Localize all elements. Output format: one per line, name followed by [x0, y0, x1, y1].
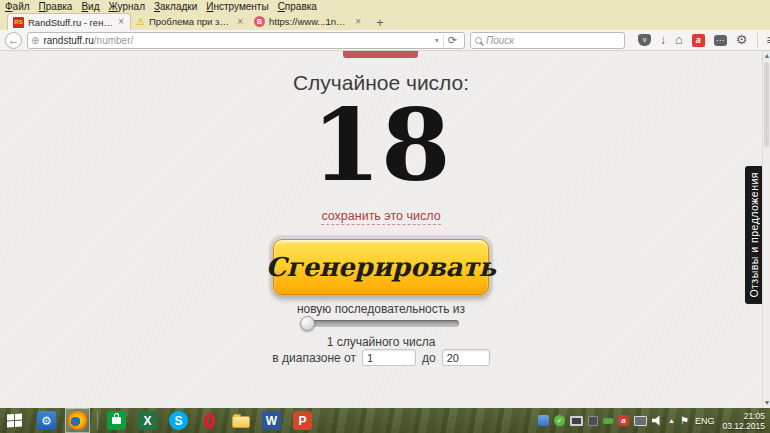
warning-icon: ⚠ [136, 16, 145, 27]
tab-title: Проблема при загрузке ... [149, 16, 232, 27]
screen: Файл Правка Вид Журнал Закладки Инструме… [0, 0, 770, 433]
back-button[interactable]: ← [5, 32, 22, 49]
menu-view[interactable]: Вид [81, 0, 99, 13]
taskbar: ⚙ X S W P ✓ [0, 408, 770, 433]
language-indicator[interactable]: ENG [695, 416, 715, 426]
taskbar-store[interactable] [104, 408, 129, 433]
b-favicon: B [254, 16, 265, 27]
address-bar[interactable]: ⊕ randstuff.ru /number/ ▾ ⟳ [27, 32, 465, 49]
page-viewport: Случайное число: 18 сохранить это число … [0, 51, 770, 408]
taskbar-word[interactable]: W [259, 408, 284, 433]
gear-icon[interactable]: ⚙ [736, 33, 748, 47]
system-tray: ✓ a ▲ ⚑ [538, 415, 689, 426]
file-explorer-icon [232, 416, 250, 428]
taskbar-divider [97, 411, 98, 430]
tray-app-icon[interactable] [538, 415, 549, 426]
tray-app-dark-icon[interactable] [588, 416, 598, 426]
store-icon [107, 411, 126, 430]
feedback-tab-label: Отзывы и предложения [748, 172, 760, 298]
site-nav-tab-partial[interactable] [343, 51, 418, 58]
range-to-label: до [422, 351, 436, 365]
scroll-down-icon[interactable]: ▼ [763, 398, 770, 407]
clock-date: 03.12.2015 [722, 421, 765, 431]
tray-antivirus-ok-icon[interactable]: ✓ [554, 415, 565, 426]
pocket-icon[interactable]: ∨ [638, 34, 651, 46]
toolbar-icons: ∨ ↓ ⌂ a ··· ⚙ ≡ [638, 33, 770, 48]
menu-hamburger-icon[interactable]: ≡ [767, 33, 770, 47]
menu-edit[interactable]: Правка [39, 0, 73, 13]
pc-settings-icon: ⚙ [37, 411, 56, 430]
toolbar-separator [757, 33, 758, 48]
scroll-up-icon[interactable]: ▲ [763, 51, 770, 60]
menu-file[interactable]: Файл [5, 0, 30, 13]
randstuff-favicon: RS [13, 17, 24, 28]
save-number-link[interactable]: сохранить это число [321, 209, 440, 225]
adguard-icon[interactable]: a [692, 34, 705, 47]
count-label: 1 случайного числа [0, 335, 762, 349]
start-button[interactable] [0, 408, 28, 433]
menu-tools[interactable]: Инструменты [206, 0, 268, 13]
tab-randstuff[interactable]: RS RandStuff.ru - генератор ... × [7, 13, 131, 30]
taskbar-explorer[interactable] [228, 408, 253, 433]
generate-button-label: Сгенерировать [266, 252, 496, 282]
close-tab-icon[interactable]: × [236, 17, 244, 27]
globe-icon: ⊕ [31, 35, 39, 46]
taskbar-skype[interactable]: S [166, 408, 191, 433]
scrollbar-thumb[interactable] [764, 62, 769, 147]
search-icon [475, 37, 482, 44]
taskbar-pc-settings[interactable]: ⚙ [34, 408, 59, 433]
volume-icon[interactable] [652, 416, 663, 426]
vertical-scrollbar[interactable]: ▲ ▼ [762, 51, 770, 408]
tab-problem-loading[interactable]: ⚠ Проблема при загрузке ... × [131, 13, 249, 30]
home-icon[interactable]: ⌂ [675, 33, 683, 47]
range-to-input[interactable] [442, 349, 490, 366]
excel-icon: X [138, 411, 157, 430]
generate-button[interactable]: Сгенерировать [273, 239, 489, 295]
taskbar-firefox[interactable] [65, 408, 90, 433]
menu-history[interactable]: Журнал [108, 0, 145, 13]
show-hidden-icons[interactable]: ▲ [668, 417, 675, 424]
tab-url[interactable]: B https://www...1nSLYmiuxKZ × [249, 13, 367, 30]
downloads-icon[interactable]: ↓ [660, 33, 666, 47]
count-slider[interactable] [303, 320, 459, 327]
save-number-link-wrap: сохранить это число [0, 209, 762, 223]
url-path: /number/ [94, 35, 133, 46]
feedback-tab[interactable]: Отзывы и предложения [745, 166, 763, 304]
close-tab-icon[interactable]: × [354, 17, 362, 27]
taskbar-clock[interactable]: 21:05 03.12.2015 [722, 411, 765, 431]
menu-bookmarks[interactable]: Закладки [154, 0, 197, 13]
url-host: randstuff.ru [43, 35, 93, 46]
navigation-toolbar: ← ⊕ randstuff.ru /number/ ▾ ⟳ ∨ ↓ ⌂ a ··… [0, 30, 770, 51]
chat-bubble-icon[interactable]: ··· [714, 35, 727, 46]
new-tab-button[interactable]: + [367, 15, 393, 30]
slider-handle[interactable] [300, 316, 315, 331]
skype-icon: S [169, 411, 188, 430]
taskbar-opera[interactable] [197, 408, 222, 433]
powerpoint-icon: P [293, 411, 312, 430]
action-center-flag-icon[interactable]: ⚑ [680, 415, 689, 426]
clock-time: 21:05 [722, 411, 765, 421]
reload-icon[interactable]: ⟳ [444, 34, 461, 47]
browser-menu-bar: Файл Правка Вид Журнал Закладки Инструме… [0, 0, 770, 13]
tab-title: RandStuff.ru - генератор ... [28, 17, 113, 28]
search-input[interactable] [486, 35, 620, 46]
range-from-input[interactable] [362, 349, 416, 366]
tray-usb-icon[interactable] [603, 418, 613, 424]
url-dropdown-icon[interactable]: ▾ [431, 36, 443, 45]
tray-display-icon[interactable] [570, 416, 583, 426]
range-from-label: в диапазоне от [272, 351, 356, 365]
taskbar-excel[interactable]: X [135, 408, 160, 433]
tray-adguard-icon[interactable]: a [618, 415, 629, 426]
tab-title: https://www...1nSLYmiuxKZ [269, 16, 350, 27]
tray-remote-icon[interactable] [634, 416, 647, 426]
sequence-label: новую последовательность из [0, 302, 762, 316]
page-content: Случайное число: 18 сохранить это число … [0, 51, 762, 408]
taskbar-powerpoint[interactable]: P [290, 408, 315, 433]
menu-help[interactable]: Справка [278, 0, 317, 13]
windows-logo-icon [7, 413, 22, 427]
word-icon: W [262, 411, 281, 430]
firefox-icon [68, 411, 87, 430]
tab-strip: RS RandStuff.ru - генератор ... × ⚠ Проб… [0, 13, 770, 30]
search-bar[interactable] [470, 32, 625, 49]
close-tab-icon[interactable]: × [117, 17, 125, 27]
